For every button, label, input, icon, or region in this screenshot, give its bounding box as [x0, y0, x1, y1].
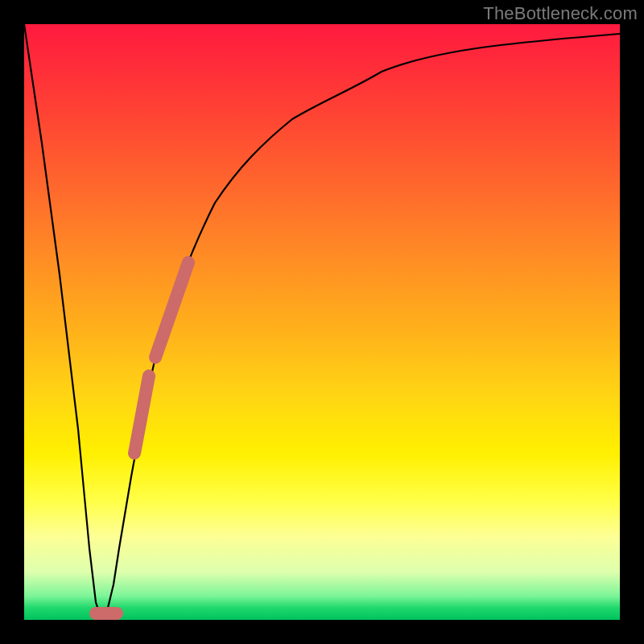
highlight-segment-lower [134, 376, 149, 453]
watermark-text: TheBottleneck.com [483, 3, 638, 24]
plot-area [24, 24, 620, 620]
curve-svg [24, 24, 620, 620]
highlight-segment-upper [155, 262, 188, 357]
chart-frame: TheBottleneck.com [0, 0, 644, 644]
bottleneck-curve [24, 24, 620, 620]
